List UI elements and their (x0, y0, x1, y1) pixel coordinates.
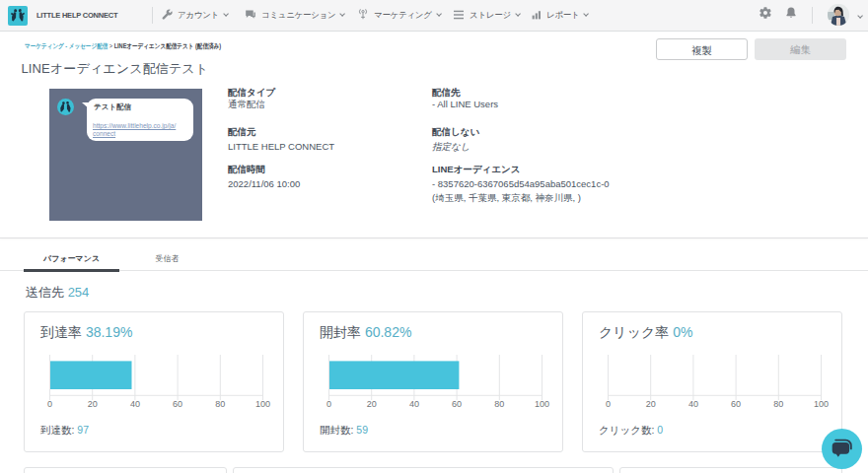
svg-text:100: 100 (535, 399, 549, 409)
svg-text:20: 20 (646, 399, 656, 409)
svg-text:60: 60 (173, 399, 182, 409)
svg-text:60: 60 (452, 399, 462, 409)
svg-text:80: 80 (494, 399, 504, 409)
svg-text:0: 0 (47, 399, 52, 409)
svg-text:80: 80 (773, 399, 783, 409)
svg-text:0: 0 (606, 399, 611, 409)
svg-text:40: 40 (130, 399, 140, 409)
svg-text:20: 20 (367, 399, 377, 409)
svg-text:100: 100 (255, 399, 270, 409)
svg-text:40: 40 (688, 399, 698, 409)
svg-text:80: 80 (215, 399, 225, 409)
svg-text:20: 20 (88, 399, 98, 409)
svg-text:0: 0 (326, 399, 331, 409)
svg-text:60: 60 (731, 399, 741, 409)
svg-text:100: 100 (814, 399, 829, 409)
svg-text:40: 40 (409, 399, 419, 409)
